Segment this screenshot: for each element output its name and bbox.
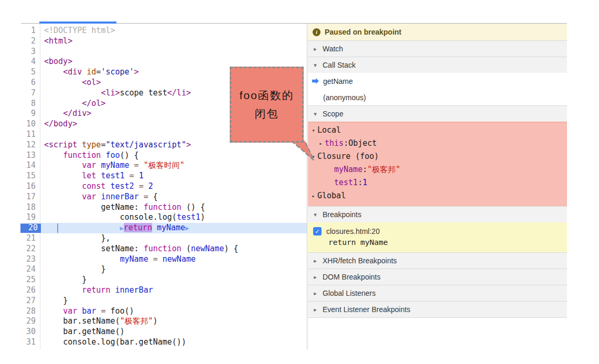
gutter-line-10[interactable]: 10	[21, 119, 40, 130]
section-dom-breakpoints[interactable]: ▸DOM Breakpoints	[308, 269, 567, 285]
gutter-line-1[interactable]: 1	[21, 26, 40, 36]
scope-row[interactable]: ▸this: Object	[308, 137, 567, 150]
section-watch[interactable]: ▸ Watch	[308, 40, 567, 57]
annotation-text-line2: 闭包	[255, 106, 279, 121]
line-number-gutter: 1234567891011121314151617181920212223242…	[21, 24, 40, 350]
gutter-line-15[interactable]: 15	[21, 171, 40, 181]
breakpoint-checkbox[interactable]: ✓	[313, 227, 322, 235]
gutter-line-24[interactable]: 24	[21, 264, 40, 275]
code-line-25[interactable]: }	[41, 275, 307, 285]
code-line-26[interactable]: return innerBar	[41, 285, 307, 296]
section-label: Event Listener Breakpoints	[323, 305, 410, 314]
chevron-down-icon: ▾	[313, 211, 318, 218]
gutter-line-23[interactable]: 23	[21, 254, 40, 265]
chevron-right-icon: ▸	[317, 137, 325, 150]
gutter-line-26[interactable]: 26	[21, 285, 40, 296]
chevron-right-icon: ▸	[313, 274, 318, 281]
execution-arrow-icon	[312, 78, 319, 84]
gutter-line-2[interactable]: 2	[21, 36, 40, 47]
section-call-stack[interactable]: ▾ Call Stack	[308, 57, 567, 73]
gutter-line-19[interactable]: 19	[21, 212, 40, 223]
code-line-2[interactable]: <html>	[41, 36, 307, 47]
scope-row[interactable]: ▾Closure (foo)	[308, 150, 567, 163]
gutter-line-30[interactable]: 30	[21, 327, 40, 337]
code-line-23[interactable]: myName = newName	[41, 254, 307, 265]
code-line-1[interactable]: <!DOCTYPE html>	[41, 26, 307, 36]
section-event-listener-breakpoints[interactable]: ▸Event Listener Breakpoints	[308, 301, 567, 318]
gutter-line-5[interactable]: 5	[21, 67, 40, 78]
call-stack-frames: getName(anonymous)	[308, 73, 567, 105]
code-line-19[interactable]: console.log(test1)	[41, 212, 307, 223]
gutter-line-3[interactable]: 3	[21, 47, 40, 57]
breakpoint-entry[interactable]: ✓ closures.html:20 return myName	[308, 222, 567, 252]
code-line-15[interactable]: let test1 = 1	[41, 171, 307, 181]
gutter-line-22[interactable]: 22	[21, 244, 40, 254]
call-stack-frame[interactable]: getName	[308, 73, 567, 89]
frame-name: getName	[323, 77, 353, 85]
section-label: Global Listeners	[323, 289, 376, 297]
gutter-line-12[interactable]: 12	[21, 140, 40, 151]
gutter-line-8[interactable]: 8	[21, 99, 40, 109]
devtools-sources-page: 1234567891011121314151617181920212223242…	[0, 0, 599, 364]
call-stack-frame[interactable]: (anonymous)	[308, 89, 567, 105]
gutter-line-9[interactable]: 9	[21, 109, 40, 119]
code-line-18[interactable]: getName: function () {	[41, 202, 307, 213]
scope-row[interactable]: ▸Global	[308, 189, 567, 202]
code-line-22[interactable]: setName: function (newName) {	[41, 244, 307, 254]
breakpoint-source-line: return myName	[328, 238, 567, 247]
code-line-20[interactable]: ▶return myName▶	[41, 223, 307, 233]
gutter-line-20[interactable]: 20	[21, 223, 40, 233]
code-line-17[interactable]: var innerBar = {	[41, 192, 307, 202]
code-line-27[interactable]: }	[41, 296, 307, 306]
gutter-line-28[interactable]: 28	[21, 306, 40, 317]
section-global-listeners[interactable]: ▸Global Listeners	[308, 285, 567, 301]
gutter-line-31[interactable]: 31	[21, 337, 40, 348]
code-line-28[interactable]: var bar = foo()	[41, 306, 307, 317]
gutter-line-14[interactable]: 14	[21, 160, 40, 171]
gutter-line-13[interactable]: 13	[21, 151, 40, 161]
code-line-14[interactable]: var myName = "极客时间"	[41, 160, 307, 171]
chevron-right-icon: ▸	[313, 46, 318, 52]
code-line-21[interactable]: },	[41, 233, 307, 244]
chevron-right-icon: ▸	[313, 258, 318, 264]
gutter-line-6[interactable]: 6	[21, 78, 40, 88]
scope-row[interactable]: test1: 1	[308, 176, 567, 189]
gutter-line-21[interactable]: 21	[21, 233, 40, 244]
code-line-29[interactable]: bar.setName("极客邦")	[41, 316, 307, 327]
gutter-line-17[interactable]: 17	[21, 192, 40, 202]
chevron-right-icon: ▸	[309, 189, 317, 202]
check-icon: ✓	[315, 228, 319, 235]
gutter-line-29[interactable]: 29	[21, 316, 40, 327]
gutter-line-11[interactable]: 11	[21, 130, 40, 140]
chevron-right-icon: ▸	[313, 290, 318, 297]
annotation-bubble: foo函数的 闭包	[230, 67, 304, 143]
section-scope[interactable]: ▾ Scope	[308, 105, 567, 122]
gutter-line-18[interactable]: 18	[21, 202, 40, 213]
code-line-24[interactable]: }	[41, 264, 307, 275]
scope-row[interactable]: ▾Local	[308, 124, 567, 137]
section-xhr-fetch-breakpoints[interactable]: ▸XHR/fetch Breakpoints	[308, 252, 567, 269]
chevron-down-icon: ▾	[313, 62, 318, 69]
code-line-16[interactable]: const test2 = 2	[41, 181, 307, 192]
gutter-line-27[interactable]: 27	[21, 296, 40, 306]
gutter-line-25[interactable]: 25	[21, 275, 40, 285]
section-breakpoints[interactable]: ▾ Breakpoints	[308, 206, 567, 222]
gutter-line-7[interactable]: 7	[21, 88, 40, 99]
section-label: Call Stack	[323, 61, 356, 69]
code-line-4[interactable]: <body>	[41, 57, 307, 67]
chevron-right-icon: ▸	[313, 306, 318, 313]
scope-row[interactable]: myName: "极客邦"	[308, 163, 567, 176]
chevron-down-icon: ▾	[313, 111, 318, 117]
code-line-31[interactable]: console.log(bar.getName())	[41, 337, 307, 348]
section-label: Scope	[323, 110, 344, 118]
paused-banner: i Paused on breakpoint	[308, 24, 567, 40]
debugger-sidebar: i Paused on breakpoint ▸ Watch ▾ Call St…	[308, 24, 567, 350]
scope-body: ▾Local▸this: Object▾Closure (foo)myName:…	[308, 122, 567, 206]
active-tab-indicator[interactable]	[39, 22, 116, 24]
code-line-3[interactable]	[41, 47, 307, 57]
code-line-30[interactable]: bar.getName()	[41, 327, 307, 337]
code-line-13[interactable]: function foo() {	[41, 151, 307, 161]
gutter-line-16[interactable]: 16	[21, 181, 40, 192]
gutter-line-4[interactable]: 4	[21, 57, 40, 67]
section-label: Watch	[323, 45, 343, 53]
